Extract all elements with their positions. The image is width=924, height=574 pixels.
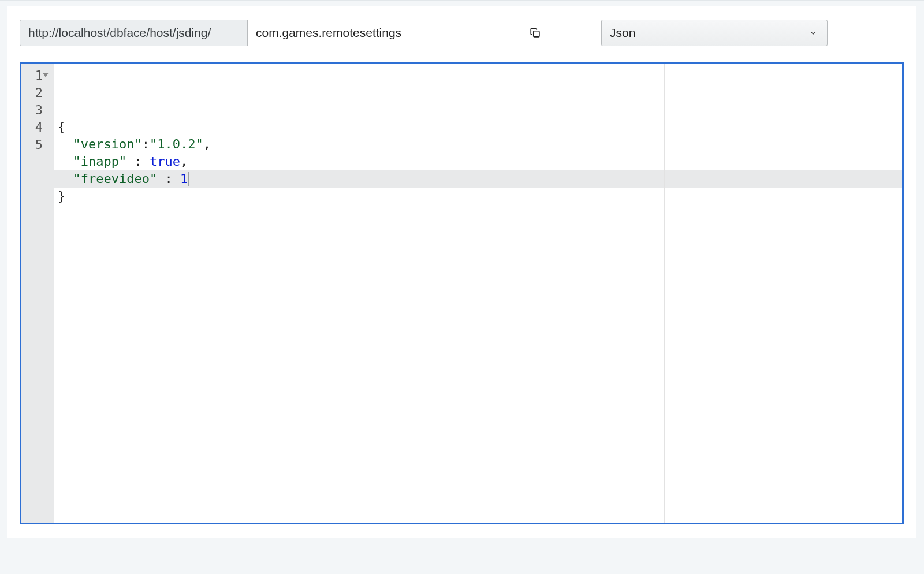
chevron-down-icon	[808, 28, 818, 38]
url-input-group	[248, 20, 549, 46]
slug-input[interactable]	[248, 20, 521, 46]
text-cursor	[188, 172, 189, 186]
print-margin-ruler	[664, 64, 665, 523]
main-panel: http://localhost/dbface/host/jsding/ Jso…	[7, 6, 916, 538]
svg-rect-0	[533, 31, 539, 37]
gutter-line: 1	[21, 66, 54, 84]
code-line[interactable]: }	[58, 188, 902, 205]
gutter-line: 2	[21, 84, 54, 101]
code-line[interactable]: "freevideo" : 1	[54, 170, 902, 188]
copy-icon	[529, 27, 542, 39]
copy-button[interactable]	[521, 20, 549, 46]
editor-gutter: 12345	[21, 64, 54, 523]
format-select-value: Json	[610, 26, 635, 40]
code-line[interactable]: "inapp" : true,	[58, 153, 902, 170]
gutter-line: 3	[21, 101, 54, 118]
code-line[interactable]: {	[58, 118, 902, 136]
fold-toggle-icon[interactable]	[43, 73, 49, 77]
code-editor[interactable]: 12345 { "version":"1.0.2", "inapp" : tru…	[20, 62, 904, 524]
url-prefix-label: http://localhost/dbface/host/jsding/	[20, 20, 248, 46]
toolbar: http://localhost/dbface/host/jsding/ Jso…	[20, 20, 904, 46]
code-line[interactable]: "version":"1.0.2",	[58, 136, 902, 153]
gutter-line: 5	[21, 136, 54, 153]
gutter-line: 4	[21, 118, 54, 136]
editor-code-area[interactable]: { "version":"1.0.2", "inapp" : true, "fr…	[54, 64, 902, 523]
format-select[interactable]: Json	[601, 20, 828, 46]
